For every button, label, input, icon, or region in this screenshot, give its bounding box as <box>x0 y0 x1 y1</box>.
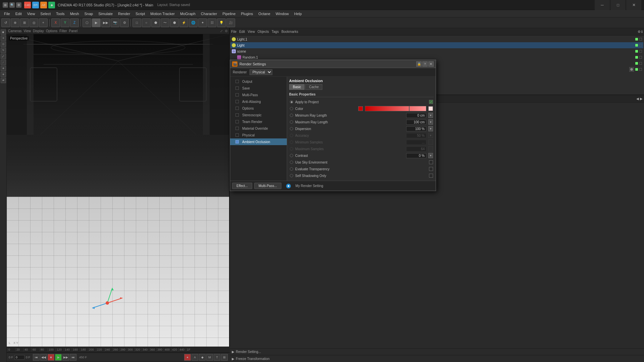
tool-x[interactable]: X <box>51 18 60 27</box>
menu-plugins[interactable]: Plugins <box>238 11 256 16</box>
rs-color-bar[interactable] <box>365 106 427 111</box>
obj-menu-objects[interactable]: Objects <box>258 30 269 34</box>
rs-check-apply[interactable]: ✓ <box>429 100 433 104</box>
btn-go-end[interactable]: ⏭ <box>70 354 76 361</box>
tool-move[interactable]: ⊕ <box>11 18 19 27</box>
rs-renderer-select[interactable]: Physical <box>250 69 272 75</box>
tool-camera[interactable]: 📷 <box>111 18 119 27</box>
menu-file[interactable]: File <box>1 11 13 16</box>
rs-check-transparency[interactable] <box>429 167 433 171</box>
obj-check1[interactable] <box>639 38 642 41</box>
rs-nav-output[interactable]: Output <box>230 78 287 85</box>
rs-close-btn[interactable]: ✕ <box>428 61 434 67</box>
menu-tools[interactable]: Tools <box>53 11 67 16</box>
tool-settings[interactable]: ⚙ <box>120 18 129 27</box>
rs-dispersion-value[interactable] <box>406 126 426 131</box>
rs-radio-minray[interactable] <box>290 114 293 117</box>
rs-nav-matoverride[interactable]: Material Override <box>230 125 287 132</box>
tool-z[interactable]: Z <box>70 18 79 27</box>
prop-icon-next[interactable]: ▶ <box>640 97 643 101</box>
ctrl-frame-input[interactable] <box>14 355 24 360</box>
side-tool-rotate[interactable]: ↻ <box>1 48 6 53</box>
vp-menu-panel[interactable]: Panel <box>69 29 78 33</box>
tool-particle[interactable]: ✦ <box>198 18 207 27</box>
rs-tab-cache[interactable]: Cache <box>305 84 322 90</box>
rs-info-btn[interactable]: ? <box>422 61 428 67</box>
obj-item-light[interactable]: Light <box>230 42 643 48</box>
btn-record-red[interactable]: ● <box>184 354 191 361</box>
menu-help[interactable]: Help <box>291 11 305 16</box>
side-tool-scale[interactable]: ⊡ <box>1 42 6 47</box>
side-tool-paint[interactable]: 🖊 <box>1 54 6 59</box>
rs-check-sky[interactable] <box>429 160 433 164</box>
tool-render-all[interactable]: ▶▶ <box>101 18 110 27</box>
menu-view[interactable]: View <box>24 11 38 16</box>
vp-icon-settings[interactable]: ⚙ <box>225 29 228 33</box>
win-icon-start[interactable]: ⊞ <box>3 2 8 8</box>
menu-octane[interactable]: Octane <box>256 11 273 16</box>
obj-vis-light1[interactable] <box>635 38 638 41</box>
rs-radio-maxray[interactable] <box>290 120 293 124</box>
obj-check2[interactable] <box>639 44 642 47</box>
tool-undo[interactable]: ↺ <box>1 18 10 27</box>
rs-radio-selfshadow[interactable] <box>290 174 293 177</box>
rs-nav-teamrender[interactable]: Team Render <box>230 118 287 125</box>
menu-mesh[interactable]: Mesh <box>67 11 82 16</box>
tool-environment[interactable]: 🌐 <box>189 18 198 27</box>
tool-deformer[interactable]: ⚡ <box>179 18 188 27</box>
menu-snap[interactable]: Snap <box>82 11 96 16</box>
obj-item-light1[interactable]: Light.1 <box>230 36 643 42</box>
rs-contrast-value[interactable] <box>406 153 426 158</box>
vp-menu-view[interactable]: View <box>24 29 31 33</box>
vp-menu-options[interactable]: Options <box>46 29 57 33</box>
maximize-button[interactable]: □ <box>610 0 626 10</box>
rs-maxray-value[interactable] <box>406 120 426 125</box>
rs-nav-options[interactable]: Options <box>230 105 287 112</box>
rs-nav-stereo[interactable]: Stereoscopic <box>230 112 287 118</box>
btn-play[interactable]: ▶ <box>55 354 62 361</box>
tool-camera-obj[interactable]: 🎥 <box>226 18 235 27</box>
footer-freeze[interactable]: ▶ Freeze Transformation <box>230 355 644 362</box>
win-icon-search[interactable]: 🔍 <box>9 2 15 8</box>
rs-radio-contrast[interactable] <box>290 154 293 157</box>
side-tool-knife[interactable]: ∕ <box>1 60 6 65</box>
menu-script[interactable]: Script <box>133 11 148 16</box>
tool-sphere[interactable]: ○ <box>142 18 151 27</box>
minimize-button[interactable]: ─ <box>595 0 610 10</box>
tool-cylinder[interactable]: ⬟ <box>151 18 160 27</box>
vp-menu-display[interactable]: Display <box>33 29 44 33</box>
vp-icon-expand[interactable]: ⤢ <box>220 29 223 33</box>
obj-icon-info[interactable]: ℹ <box>641 30 643 34</box>
menu-character[interactable]: Character <box>198 11 220 16</box>
btn-next-frame[interactable]: ▶▶ <box>62 354 69 361</box>
footer-render-setting[interactable]: ▶ Render Setting... <box>230 349 644 355</box>
side-tool-magnet[interactable]: ⊗ <box>1 72 6 77</box>
tool-nurbs[interactable]: ⬢ <box>170 18 179 27</box>
app-icon-ae[interactable]: AE <box>40 2 47 8</box>
rs-radio-transparency[interactable] <box>290 167 293 171</box>
close-button[interactable]: ✕ <box>626 0 641 10</box>
menu-select[interactable]: Select <box>38 11 53 16</box>
menu-render[interactable]: Render <box>115 11 133 16</box>
side-tool-loop[interactable]: ⊕ <box>1 66 6 71</box>
obj-vis-scene[interactable] <box>635 50 638 53</box>
obj-menu-file[interactable]: File <box>231 30 236 34</box>
rs-radio-sky[interactable] <box>290 161 293 164</box>
obj-check4[interactable] <box>639 56 642 59</box>
btn-auto[interactable]: A <box>192 354 198 361</box>
obj-vis-random1[interactable] <box>635 56 638 59</box>
obj-menu-tags[interactable]: Tags <box>272 30 279 34</box>
menu-window[interactable]: Window <box>273 11 291 16</box>
obj-menu-bookmarks[interactable]: Bookmarks <box>281 30 298 34</box>
tool-spline[interactable]: 〜 <box>161 18 169 27</box>
tool-scale[interactable]: ⊞ <box>20 18 29 27</box>
rs-radio-dispersion[interactable] <box>290 127 293 130</box>
obj-tag-metro[interactable] <box>629 67 634 72</box>
prop-icon-prev[interactable]: ◀ <box>636 97 639 101</box>
rs-nav-multipass[interactable]: Multi-Pass <box>230 92 287 98</box>
tool-cube[interactable]: □ <box>132 18 141 27</box>
rs-color-swatch[interactable] <box>358 106 363 111</box>
rs-multipass-btn[interactable]: Multi-Pass... <box>254 183 281 189</box>
rs-nav-save[interactable]: Save <box>230 85 287 92</box>
rs-radio-apply[interactable] <box>290 100 293 104</box>
